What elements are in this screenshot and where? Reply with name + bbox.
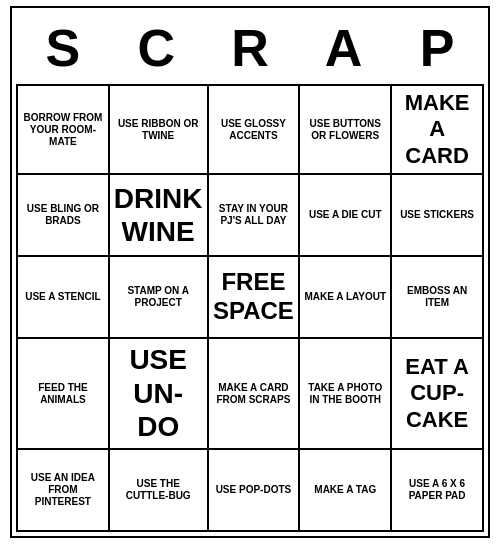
bingo-card: S C R A P BORROW FROM YOUR ROOM-MATEUSE … (10, 6, 490, 538)
title-letter-a: A (297, 18, 391, 78)
bingo-cell-7: STAY IN YOUR PJ'S ALL DAY (209, 175, 301, 257)
bingo-cell-5: USE BLING OR BRADS (18, 175, 110, 257)
bingo-cell-6: DRINK WINE (110, 175, 209, 257)
bingo-cell-21: USE THE CUTTLE-BUG (110, 450, 209, 532)
bingo-cell-10: USE A STENCIL (18, 257, 110, 339)
bingo-cell-3: USE BUTTONS OR FLOWERS (300, 86, 392, 175)
bingo-grid: BORROW FROM YOUR ROOM-MATEUSE RIBBON OR … (16, 84, 484, 532)
bingo-cell-2: USE GLOSSY ACCENTS (209, 86, 301, 175)
bingo-cell-8: USE A DIE CUT (300, 175, 392, 257)
bingo-cell-1: USE RIBBON OR TWINE (110, 86, 209, 175)
title-letter-c: C (110, 18, 204, 78)
bingo-cell-4: MAKE A CARD (392, 86, 484, 175)
bingo-cell-0: BORROW FROM YOUR ROOM-MATE (18, 86, 110, 175)
bingo-cell-12: FREE SPACE (209, 257, 301, 339)
bingo-cell-20: USE AN IDEA FROM PINTEREST (18, 450, 110, 532)
bingo-cell-17: MAKE A CARD FROM SCRAPS (209, 339, 301, 450)
bingo-cell-19: EAT A CUP-CAKE (392, 339, 484, 450)
title-letter-p: P (390, 18, 484, 78)
title-letter-r: R (203, 18, 297, 78)
bingo-cell-18: TAKE A PHOTO IN THE BOOTH (300, 339, 392, 450)
bingo-cell-16: USE UN-DO (110, 339, 209, 450)
bingo-cell-22: USE POP-DOTS (209, 450, 301, 532)
bingo-cell-14: EMBOSS AN ITEM (392, 257, 484, 339)
title-letter-s: S (16, 18, 110, 78)
bingo-cell-24: USE A 6 X 6 PAPER PAD (392, 450, 484, 532)
bingo-cell-15: FEED THE ANIMALS (18, 339, 110, 450)
bingo-cell-13: MAKE A LAYOUT (300, 257, 392, 339)
bingo-cell-11: STAMP ON A PROJECT (110, 257, 209, 339)
bingo-title: S C R A P (16, 12, 484, 84)
bingo-cell-9: USE STICKERS (392, 175, 484, 257)
bingo-cell-23: MAKE A TAG (300, 450, 392, 532)
